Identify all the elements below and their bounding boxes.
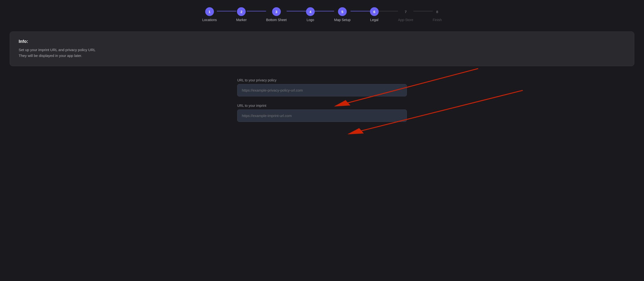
info-box: Info: Set up your imprint URL and privac… xyxy=(10,32,634,66)
step-circle-7[interactable]: 7 xyxy=(401,7,410,16)
step-circle-5[interactable]: 5 xyxy=(338,7,347,16)
connector-1-2 xyxy=(217,11,236,12)
imprint-input[interactable] xyxy=(237,110,407,122)
privacy-policy-input[interactable] xyxy=(237,84,407,96)
step-7: 7 App-Store xyxy=(398,7,413,22)
step-circle-2[interactable]: 2 xyxy=(237,7,246,16)
form-area: URL to your privacy policy URL to your i… xyxy=(10,78,634,129)
connector-6-7 xyxy=(379,11,398,12)
info-line2: They will be displayed in your app later… xyxy=(19,53,625,58)
step-label-5: Map Setup xyxy=(334,18,350,22)
step-5: 5 Map Setup xyxy=(334,7,350,22)
step-circle-4[interactable]: 4 xyxy=(306,7,315,16)
step-label-4: Logo xyxy=(307,18,314,22)
step-8: 8 Finish xyxy=(433,7,442,22)
stepper: 1 Locations 2 Marker 3 Bottom Sheet 4 Lo… xyxy=(10,7,634,22)
step-circle-3[interactable]: 3 xyxy=(272,7,281,16)
step-1: 1 Locations xyxy=(202,7,217,22)
step-circle-8[interactable]: 8 xyxy=(433,7,442,16)
step-6: 6 Legal xyxy=(370,7,379,22)
step-label-7: App-Store xyxy=(398,18,413,22)
step-2: 2 Marker xyxy=(236,7,247,22)
privacy-policy-label: URL to your privacy policy xyxy=(237,78,407,82)
step-label-3: Bottom Sheet xyxy=(266,18,287,22)
step-label-1: Locations xyxy=(202,18,217,22)
connector-4-5 xyxy=(315,11,334,12)
step-circle-1[interactable]: 1 xyxy=(205,7,214,16)
connector-7-8 xyxy=(413,11,433,12)
connector-2-3 xyxy=(247,11,266,12)
step-label-8: Finish xyxy=(433,18,442,22)
imprint-label: URL to your imprint xyxy=(237,104,407,108)
connector-3-4 xyxy=(287,11,306,12)
step-3: 3 Bottom Sheet xyxy=(266,7,287,22)
step-label-2: Marker xyxy=(236,18,247,22)
info-line1: Set up your imprint URL and privacy poli… xyxy=(19,47,625,53)
info-title: Info: xyxy=(19,39,625,44)
step-4: 4 Logo xyxy=(306,7,315,22)
step-label-6: Legal xyxy=(370,18,378,22)
imprint-field-group: URL to your imprint xyxy=(237,104,407,122)
connector-5-6 xyxy=(350,11,370,12)
privacy-policy-field-group: URL to your privacy policy xyxy=(237,78,407,96)
step-circle-6[interactable]: 6 xyxy=(370,7,379,16)
